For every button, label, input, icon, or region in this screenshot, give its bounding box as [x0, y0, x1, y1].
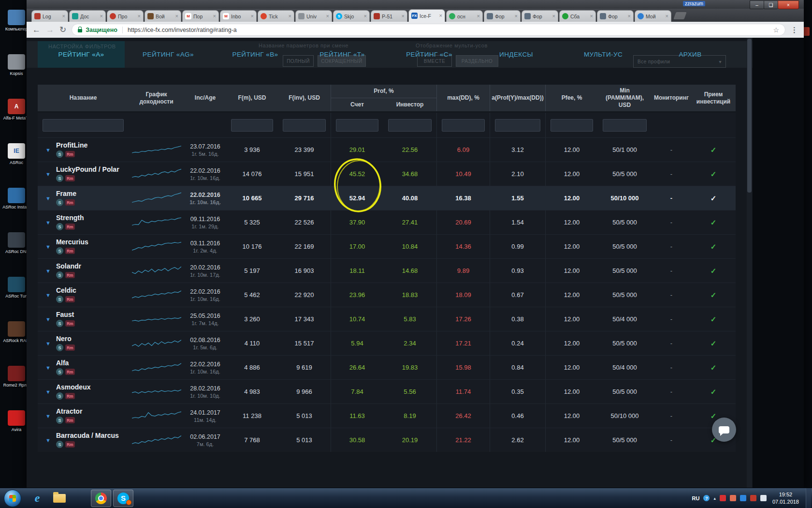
- ghost-separate-button[interactable]: РАЗДЕЛЬНО: [456, 55, 498, 67]
- chat-widget-button[interactable]: [712, 418, 736, 442]
- row-expand-caret[interactable]: ▼: [45, 220, 51, 225]
- tab-close-icon[interactable]: ×: [477, 14, 480, 19]
- taskbar-ie[interactable]: e: [27, 490, 47, 507]
- start-date: 22.02.2016: [190, 361, 220, 368]
- alert-tray-icon[interactable]: [750, 495, 756, 501]
- ghost-short-button[interactable]: СОКРАЩЕННЫЙ: [318, 55, 366, 67]
- tab-close-icon[interactable]: ×: [628, 14, 631, 19]
- filter-name-input[interactable]: [43, 119, 124, 132]
- filter-maxdd-input[interactable]: [442, 119, 485, 132]
- tab-close-icon[interactable]: ×: [62, 14, 65, 19]
- row-expand-caret[interactable]: ▼: [45, 389, 51, 395]
- language-indicator[interactable]: RU: [692, 495, 700, 501]
- taskbar-skype[interactable]: S: [113, 490, 133, 507]
- browser-tab[interactable]: Фор ×: [484, 10, 521, 22]
- row-expand-caret[interactable]: ▼: [45, 171, 51, 177]
- tab-close-icon[interactable]: ×: [666, 14, 668, 19]
- badge-s: S: [56, 199, 63, 206]
- back-icon[interactable]: ←: [32, 26, 41, 34]
- taskbar-chrome[interactable]: [91, 490, 111, 507]
- tab-close-icon[interactable]: ×: [100, 14, 103, 19]
- tab-close-icon[interactable]: ×: [364, 14, 367, 19]
- tab-close-icon[interactable]: ×: [402, 14, 405, 19]
- row-expand-caret[interactable]: ▼: [45, 147, 51, 153]
- row-expand-caret[interactable]: ▼: [45, 316, 51, 322]
- bookmark-star-icon[interactable]: ☆: [773, 26, 779, 34]
- badge-rm: Rm: [65, 175, 75, 181]
- hidden-icons-caret[interactable]: ▴: [713, 496, 716, 501]
- badge-s: S: [56, 344, 63, 351]
- tab-close-icon[interactable]: ×: [439, 13, 442, 18]
- filter-schet-input[interactable]: [336, 119, 378, 132]
- tab-close-icon[interactable]: ×: [175, 14, 178, 19]
- filter-investor-input[interactable]: [388, 119, 432, 132]
- ghost-together-button[interactable]: ВМЕСТЕ: [417, 55, 452, 67]
- browser-tab[interactable]: Дос ×: [69, 10, 106, 22]
- reload-icon[interactable]: ↻: [59, 26, 66, 34]
- browser-menu-icon[interactable]: ⋮: [791, 26, 798, 34]
- network-tray-icon[interactable]: [760, 495, 767, 501]
- antivirus-tray-icon[interactable]: [720, 495, 726, 501]
- browser-tab[interactable]: осн ×: [446, 10, 483, 22]
- rating-nav-item[interactable]: РЕЙТИНГ «AG»: [125, 41, 212, 68]
- tab-close-icon[interactable]: ×: [515, 14, 518, 19]
- maximize-button[interactable]: ❏: [764, 0, 778, 9]
- tab-close-icon[interactable]: ×: [289, 14, 291, 19]
- taskbar-explorer[interactable]: [49, 490, 70, 507]
- row-expand-caret[interactable]: ▼: [45, 268, 51, 274]
- tab-close-icon[interactable]: ×: [590, 14, 593, 19]
- help-tray-icon[interactable]: ?: [703, 495, 710, 501]
- filter-pfee-input[interactable]: [551, 119, 593, 132]
- update-tray-icon[interactable]: [740, 495, 746, 501]
- tab-close-icon[interactable]: ×: [552, 14, 555, 19]
- filter-min-input[interactable]: [603, 119, 647, 132]
- browser-window: zzrazum – ❏ × Log × Дос × Про × Вой × M …: [27, 0, 804, 488]
- page-scrollbar[interactable]: [747, 38, 752, 488]
- forward-icon[interactable]: →: [46, 26, 54, 34]
- row-expand-caret[interactable]: ▼: [45, 365, 51, 371]
- browser-tab[interactable]: Tick ×: [258, 10, 294, 22]
- ghost-full-button[interactable]: ПОЛНЫЙ: [283, 55, 314, 67]
- tab-close-icon[interactable]: ×: [138, 14, 141, 19]
- desktop-icon-image: [8, 188, 25, 203]
- browser-tab[interactable]: M Inbo ×: [220, 10, 257, 22]
- maxdd-value: 16.38: [436, 186, 490, 210]
- browser-tab[interactable]: M Пор ×: [182, 10, 219, 22]
- taskbar-clock[interactable]: 19:52 07.01.2018: [772, 491, 799, 505]
- browser-tab[interactable]: Мой ×: [635, 10, 671, 22]
- close-button[interactable]: ×: [778, 0, 799, 9]
- browser-tab[interactable]: P-51 ×: [371, 10, 407, 22]
- tab-favicon: S: [336, 13, 342, 19]
- browser-tab[interactable]: Log ×: [31, 10, 68, 22]
- browser-tab[interactable]: Фор ×: [522, 10, 558, 22]
- tab-close-icon[interactable]: ×: [326, 14, 329, 19]
- address-bar[interactable]: Защищено https://ice-fx.com/investor/rat…: [72, 24, 785, 36]
- filter-finv-input[interactable]: [283, 119, 326, 132]
- show-desktop-button[interactable]: [806, 488, 811, 508]
- col-header-schet: Счет: [331, 98, 383, 111]
- browser-tab[interactable]: Про ×: [107, 10, 144, 22]
- row-expand-caret[interactable]: ▼: [45, 195, 51, 201]
- messenger-tray-icon[interactable]: [730, 495, 736, 501]
- browser-tab[interactable]: Сба ×: [559, 10, 596, 22]
- filter-aprof-input[interactable]: [495, 119, 540, 132]
- tab-close-icon[interactable]: ×: [251, 14, 254, 19]
- row-expand-caret[interactable]: ▼: [45, 413, 51, 419]
- start-button[interactable]: [4, 490, 21, 507]
- new-tab-button[interactable]: [673, 12, 686, 19]
- minimize-button[interactable]: –: [750, 0, 764, 9]
- browser-tab[interactable]: FX Ice-F ×: [408, 9, 445, 22]
- browser-tab[interactable]: S Skjo ×: [333, 10, 370, 22]
- browser-tab[interactable]: Вой ×: [145, 10, 181, 22]
- filter-fm-input[interactable]: [231, 119, 273, 132]
- browser-tab[interactable]: Univ ×: [295, 10, 332, 22]
- tab-close-icon[interactable]: ×: [213, 14, 216, 19]
- row-expand-caret[interactable]: ▼: [45, 292, 51, 298]
- scrollbar-thumb[interactable]: [747, 39, 752, 193]
- browser-tab[interactable]: Фор ×: [597, 10, 634, 22]
- ghost-profiles-select[interactable]: Все профили▾: [633, 55, 726, 68]
- row-expand-caret[interactable]: ▼: [45, 341, 51, 346]
- row-expand-caret[interactable]: ▼: [45, 437, 51, 443]
- fm-value: 7 768: [226, 428, 278, 452]
- row-expand-caret[interactable]: ▼: [45, 244, 51, 250]
